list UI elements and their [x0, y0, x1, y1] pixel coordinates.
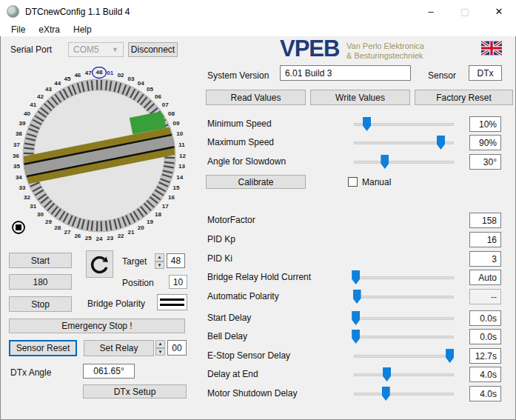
automatic-polarity-slider-track[interactable] — [354, 296, 454, 299]
dial-number-46[interactable]: 46 — [74, 72, 81, 79]
calibrate-button[interactable]: Calibrate — [206, 175, 306, 189]
delay-at-end-slider-track[interactable] — [354, 373, 454, 376]
dial-number-35[interactable]: 35 — [13, 163, 20, 170]
dtx-setup-button[interactable]: DTx Setup — [83, 384, 187, 399]
dial-number-05[interactable]: 05 — [147, 86, 153, 93]
start-delay-slider-track[interactable] — [354, 317, 454, 320]
close-button[interactable]: ✕ — [482, 0, 516, 23]
rotate-direction-button[interactable] — [86, 250, 113, 278]
dial-number-09[interactable]: 09 — [172, 120, 179, 127]
dial-number-24[interactable]: 24 — [96, 236, 103, 242]
menu-help[interactable]: Help — [67, 23, 98, 36]
system-version-field[interactable]: 6.01 Build 3 — [280, 65, 411, 81]
dial-number-03[interactable]: 03 — [128, 76, 135, 82]
automatic-polarity-value: -- — [469, 289, 501, 304]
delay-at-end-slider-thumb[interactable] — [383, 367, 391, 381]
e-stop-sensor-delay-slider-track[interactable] — [354, 355, 454, 358]
dial-number-18[interactable]: 18 — [155, 211, 161, 218]
dial-number-07[interactable]: 07 — [162, 101, 169, 108]
dial-number-06[interactable]: 06 — [155, 93, 161, 100]
dial-number-11[interactable]: 11 — [178, 141, 185, 148]
write-values-button[interactable]: Write Values — [310, 90, 410, 105]
dial-number-08[interactable]: 08 — [168, 110, 175, 117]
read-values-button[interactable]: Read Values — [206, 90, 306, 105]
dial-number-20[interactable]: 20 — [138, 224, 144, 231]
dial-number-12[interactable]: 12 — [179, 153, 186, 159]
start-delay-slider-thumb[interactable] — [352, 311, 360, 325]
dial-number-21[interactable]: 21 — [128, 229, 135, 236]
bridge-relay-hold-current-slider-track[interactable] — [354, 276, 454, 279]
start-button[interactable]: Start — [9, 253, 72, 268]
target-spinner[interactable]: ▲ ▼ — [155, 253, 164, 269]
minimize-button[interactable]: – — [414, 0, 448, 23]
motor-shutdown-delay-slider-thumb[interactable] — [382, 387, 390, 401]
bell-delay-slider-thumb[interactable] — [352, 330, 360, 344]
dial-number-30[interactable]: 30 — [37, 211, 44, 218]
dial-number-39[interactable]: 39 — [19, 120, 26, 127]
dial-number-43[interactable]: 43 — [45, 86, 52, 93]
dial-number-17[interactable]: 17 — [162, 203, 169, 210]
menu-extra[interactable]: eXtra — [32, 23, 67, 36]
target-spin-down-icon[interactable]: ▼ — [155, 261, 164, 270]
maximum-speed-slider-thumb[interactable] — [437, 136, 445, 150]
relay-spin-down-icon[interactable]: ▼ — [155, 348, 165, 356]
dial-number-40[interactable]: 40 — [24, 110, 30, 117]
dial-number-14[interactable]: 14 — [176, 174, 183, 181]
bridge-relay-hold-current-slider-thumb[interactable] — [352, 270, 360, 284]
dial-number-23[interactable]: 23 — [107, 235, 113, 241]
sensor-reset-button[interactable]: Sensor Reset — [9, 340, 77, 356]
angle-for-slowdown-slider-track[interactable] — [354, 161, 454, 164]
dial-number-47[interactable]: 47 — [85, 70, 92, 76]
home-position-icon[interactable] — [11, 220, 26, 235]
stop-button[interactable]: Stop — [9, 296, 72, 312]
dial-number-33[interactable]: 33 — [19, 184, 26, 191]
minimum-speed-slider-thumb[interactable] — [363, 117, 371, 131]
relay-spinner[interactable]: ▲ ▼ — [155, 340, 165, 356]
dial-number-28[interactable]: 28 — [54, 224, 61, 231]
dial-number-41[interactable]: 41 — [30, 101, 36, 108]
dial-number-36[interactable]: 36 — [13, 153, 19, 159]
emergency-stop-button[interactable]: Emergency Stop ! — [9, 319, 185, 333]
serial-port-select[interactable]: COM5 ▼ — [68, 42, 124, 57]
dial-number-37[interactable]: 37 — [13, 141, 20, 148]
disconnect-button[interactable]: Disconnect — [128, 42, 178, 57]
motorfactor-value: 158 — [469, 213, 501, 228]
dial-number-13[interactable]: 13 — [178, 163, 185, 170]
dial-number-27[interactable]: 27 — [64, 229, 70, 236]
set-relay-button[interactable]: Set Relay — [84, 340, 154, 356]
factory-reset-button[interactable]: Factory Reset — [415, 90, 513, 105]
automatic-polarity-slider-thumb[interactable] — [353, 290, 361, 304]
dial-number-29[interactable]: 29 — [45, 219, 52, 225]
bell-delay-slider-track[interactable] — [354, 336, 454, 339]
dial-number-48[interactable]: 48 — [96, 69, 103, 76]
dial-number-34[interactable]: 34 — [16, 174, 22, 181]
dial-number-22[interactable]: 22 — [118, 233, 124, 239]
dial-number-16[interactable]: 16 — [168, 194, 175, 201]
dial-number-10[interactable]: 10 — [176, 130, 183, 137]
target-spin-up-icon[interactable]: ▲ — [155, 253, 164, 261]
dial-number-44[interactable]: 44 — [54, 80, 61, 87]
turntable-dial[interactable]: 0102030405060708091011121314151617181920… — [10, 67, 188, 244]
menu-file[interactable]: File — [4, 23, 32, 36]
motor-shutdown-delay-slider-track[interactable] — [354, 393, 454, 396]
dial-number-45[interactable]: 45 — [64, 76, 70, 82]
manual-checkbox[interactable] — [348, 177, 358, 187]
rotate-180-button[interactable]: 180 — [9, 274, 72, 290]
relay-spin-up-icon[interactable]: ▲ — [155, 340, 165, 348]
e-stop-sensor-delay-slider-thumb[interactable] — [446, 349, 454, 363]
relay-value-field[interactable]: 00 — [167, 340, 187, 356]
dial-number-04[interactable]: 04 — [138, 80, 144, 87]
dial-number-31[interactable]: 31 — [30, 203, 36, 210]
uk-flag-icon[interactable] — [481, 41, 502, 56]
dial-number-01[interactable]: 01 — [107, 70, 113, 76]
dial-number-19[interactable]: 19 — [147, 219, 153, 225]
dial-number-26[interactable]: 26 — [74, 233, 81, 239]
dial-number-25[interactable]: 25 — [85, 235, 92, 241]
dial-number-32[interactable]: 32 — [24, 194, 30, 201]
angle-for-slowdown-slider-thumb[interactable] — [381, 155, 389, 169]
target-value-field[interactable]: 48 — [167, 253, 185, 268]
dial-number-42[interactable]: 42 — [37, 93, 44, 100]
dial-number-15[interactable]: 15 — [172, 184, 179, 191]
dial-number-02[interactable]: 02 — [118, 72, 124, 79]
dial-number-38[interactable]: 38 — [16, 130, 22, 137]
